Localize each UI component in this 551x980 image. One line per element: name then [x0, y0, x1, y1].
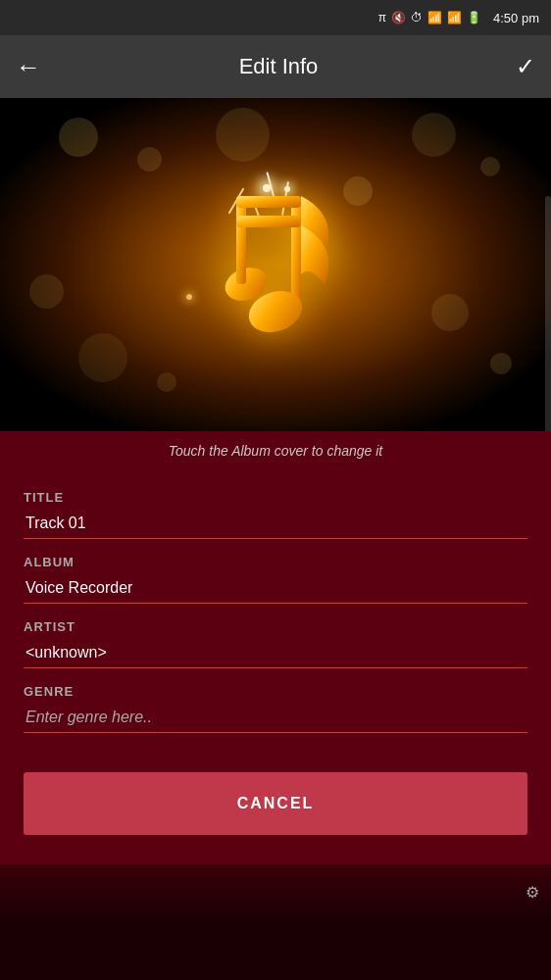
album-input[interactable]	[24, 575, 527, 604]
title-input[interactable]	[24, 511, 527, 539]
title-label: TITLE	[24, 490, 527, 505]
cancel-button[interactable]: CANCEL	[24, 772, 527, 835]
battery-icon: 🔋	[467, 11, 481, 24]
artist-label: ARTIST	[24, 619, 527, 634]
genre-label: GENRE	[24, 684, 527, 699]
signal-icon: 📶	[447, 11, 462, 24]
status-bar: π 🔇 ⏱ 📶 📶 🔋 4:50 pm	[0, 0, 551, 35]
status-icons: π 🔇 ⏱ 📶 📶 🔋	[378, 11, 481, 24]
back-button[interactable]: ←	[16, 54, 41, 79]
wifi-icon: 📶	[427, 11, 442, 24]
svg-rect-3	[236, 196, 246, 284]
artist-input[interactable]	[24, 640, 527, 668]
mute-icon: 🔇	[391, 11, 406, 24]
confirm-button[interactable]: ✓	[516, 55, 535, 78]
title-field-group: TITLE	[24, 490, 527, 539]
alarm-icon: ⏱	[411, 11, 423, 24]
svg-rect-0	[291, 196, 301, 304]
scrollbar[interactable]	[545, 196, 551, 431]
artist-field-group: ARTIST	[24, 619, 527, 668]
album-field-group: ALBUM	[24, 555, 527, 604]
app-bar: ← Edit Info ✓	[0, 35, 551, 98]
pi-icon: π	[378, 11, 386, 24]
album-label: ALBUM	[24, 555, 527, 569]
album-hint[interactable]: Touch the Album cover to change it	[24, 431, 527, 474]
form-section: Touch the Album cover to change it TITLE…	[0, 431, 551, 753]
album-art[interactable]	[0, 98, 551, 431]
album-art-background	[0, 98, 551, 431]
bottom-bar: ⚙	[0, 864, 551, 919]
genre-input[interactable]	[24, 705, 527, 733]
status-time: 4:50 pm	[493, 11, 539, 25]
genre-field-group: GENRE	[24, 684, 527, 733]
page-title: Edit Info	[41, 54, 516, 79]
svg-rect-4	[236, 196, 301, 208]
cancel-section: CANCEL	[0, 753, 551, 864]
svg-rect-5	[236, 216, 301, 227]
music-note-svg	[197, 167, 354, 363]
settings-icon: ⚙	[526, 883, 539, 902]
